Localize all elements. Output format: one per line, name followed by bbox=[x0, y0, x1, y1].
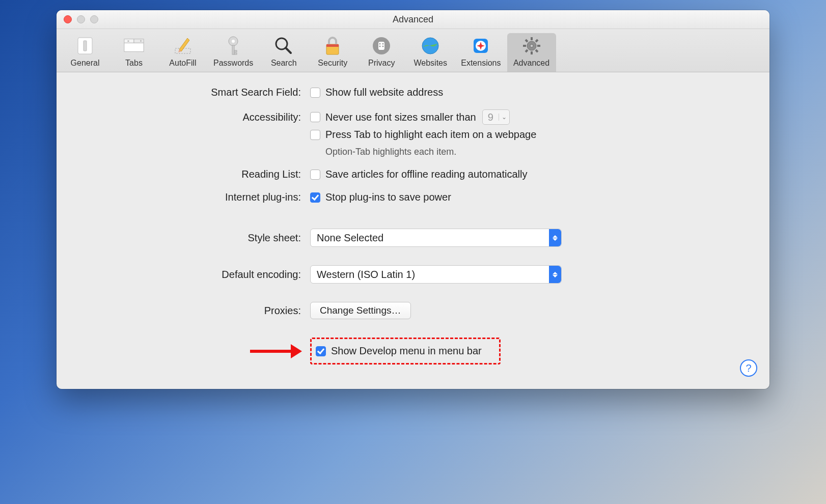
checkbox-show-full-url[interactable] bbox=[310, 88, 320, 98]
select-default-encoding[interactable]: Western (ISO Latin 1) bbox=[310, 265, 562, 284]
select-stepper-icon bbox=[549, 229, 561, 246]
label-plugins: Internet plug-ins: bbox=[77, 191, 310, 203]
search-icon bbox=[273, 35, 294, 57]
svg-point-31 bbox=[530, 44, 533, 47]
svg-line-39 bbox=[526, 50, 528, 52]
tab-autofill[interactable]: AutoFill bbox=[158, 33, 207, 72]
min-font-value: 9 bbox=[483, 111, 499, 123]
svg-rect-1 bbox=[84, 41, 87, 51]
advanced-pane: Smart Search Field: Show full website ad… bbox=[57, 72, 769, 389]
svg-text:+: + bbox=[140, 39, 142, 43]
tab-privacy[interactable]: Privacy bbox=[357, 33, 406, 72]
window-title: Advanced bbox=[57, 14, 769, 25]
checkbox-min-font-size[interactable] bbox=[310, 112, 320, 122]
help-button[interactable]: ? bbox=[740, 359, 757, 377]
lock-icon bbox=[322, 35, 343, 57]
tab-label: AutoFill bbox=[169, 59, 196, 68]
min-font-stepper[interactable]: 9 ⌄ bbox=[482, 109, 510, 125]
checkbox-label: Save articles for offline reading automa… bbox=[325, 169, 528, 180]
tab-security[interactable]: Security bbox=[308, 33, 357, 72]
svg-line-37 bbox=[536, 50, 538, 52]
label-style-sheet: Style sheet: bbox=[77, 232, 310, 244]
svg-point-23 bbox=[379, 46, 381, 47]
close-window-button[interactable] bbox=[64, 15, 72, 23]
svg-rect-4 bbox=[134, 39, 144, 43]
label-reading-list: Reading List: bbox=[77, 169, 310, 180]
tab-advanced[interactable]: Advanced bbox=[507, 33, 556, 72]
extensions-icon bbox=[470, 35, 491, 57]
tab-label: Passwords bbox=[213, 59, 253, 68]
label-accessibility: Accessibility: bbox=[77, 111, 310, 123]
checkbox-label: Show Develop menu in menu bar bbox=[331, 345, 482, 357]
select-style-sheet[interactable]: None Selected bbox=[310, 229, 562, 247]
svg-point-24 bbox=[382, 46, 384, 47]
svg-point-11 bbox=[232, 40, 235, 43]
label-default-encoding: Default encoding: bbox=[77, 269, 310, 281]
tab-label: Security bbox=[318, 59, 347, 68]
titlebar: Advanced bbox=[57, 10, 769, 29]
minimize-window-button[interactable] bbox=[77, 15, 85, 23]
svg-rect-12 bbox=[232, 45, 234, 54]
select-value: Western (ISO Latin 1) bbox=[317, 269, 415, 281]
svg-rect-2 bbox=[124, 43, 144, 51]
preferences-toolbar: General × + Tabs bbox=[57, 29, 769, 72]
annotation-highlight: Show Develop menu in menu bar bbox=[310, 338, 501, 365]
tab-label: General bbox=[71, 59, 100, 68]
svg-rect-14 bbox=[234, 53, 237, 54]
tab-label: Extensions bbox=[461, 59, 501, 68]
select-stepper-icon bbox=[549, 266, 561, 283]
traffic-lights bbox=[57, 15, 98, 23]
checkbox-press-tab[interactable] bbox=[310, 130, 320, 140]
privacy-icon bbox=[371, 35, 392, 57]
svg-point-22 bbox=[382, 43, 384, 45]
tab-label: Websites bbox=[414, 59, 447, 68]
svg-marker-8 bbox=[179, 38, 189, 51]
checkbox-label: Never use font sizes smaller than bbox=[325, 111, 476, 123]
svg-line-36 bbox=[526, 40, 528, 42]
tab-label: Privacy bbox=[368, 59, 395, 68]
help-glyph: ? bbox=[746, 362, 751, 374]
label-proxies: Proxies: bbox=[77, 305, 310, 317]
svg-text:×: × bbox=[127, 39, 129, 43]
svg-rect-13 bbox=[234, 50, 237, 52]
preferences-window: Advanced General × + bbox=[57, 10, 769, 389]
tab-label: Tabs bbox=[125, 59, 143, 68]
tab-extensions[interactable]: Extensions bbox=[455, 33, 507, 72]
annotation-arrow bbox=[250, 344, 302, 358]
checkbox-stop-plugins[interactable] bbox=[310, 192, 320, 203]
key-icon bbox=[223, 35, 244, 57]
tab-label: Advanced bbox=[513, 59, 549, 68]
svg-line-16 bbox=[286, 48, 291, 53]
tab-websites[interactable]: Websites bbox=[406, 33, 455, 72]
zoom-window-button[interactable] bbox=[90, 15, 98, 23]
chevron-down-icon: ⌄ bbox=[499, 114, 509, 121]
svg-rect-20 bbox=[378, 42, 384, 50]
svg-line-38 bbox=[536, 40, 538, 42]
general-icon bbox=[74, 35, 96, 57]
checkbox-show-develop-menu[interactable] bbox=[316, 346, 326, 356]
tab-label: Search bbox=[271, 59, 297, 68]
tab-general[interactable]: General bbox=[61, 33, 109, 72]
checkbox-label: Stop plug-ins to save power bbox=[325, 191, 451, 203]
checkbox-save-offline[interactable] bbox=[310, 170, 320, 180]
button-change-settings[interactable]: Change Settings… bbox=[310, 302, 411, 319]
globe-icon bbox=[420, 35, 441, 57]
tabs-icon: × + bbox=[123, 35, 145, 57]
tab-passwords[interactable]: Passwords bbox=[207, 33, 259, 72]
autofill-icon bbox=[172, 35, 194, 57]
checkbox-label: Show full website address bbox=[325, 87, 443, 98]
svg-point-21 bbox=[379, 43, 381, 45]
label-smart-search: Smart Search Field: bbox=[77, 87, 310, 98]
tab-tabs[interactable]: × + Tabs bbox=[109, 33, 158, 72]
hint-option-tab: Option-Tab highlights each item. bbox=[325, 147, 456, 157]
select-value: None Selected bbox=[317, 232, 383, 244]
checkbox-label: Press Tab to highlight each item on a we… bbox=[325, 129, 536, 141]
svg-rect-18 bbox=[326, 44, 339, 47]
button-label: Change Settings… bbox=[320, 305, 401, 316]
tab-search[interactable]: Search bbox=[259, 33, 308, 72]
gear-icon bbox=[521, 35, 542, 57]
